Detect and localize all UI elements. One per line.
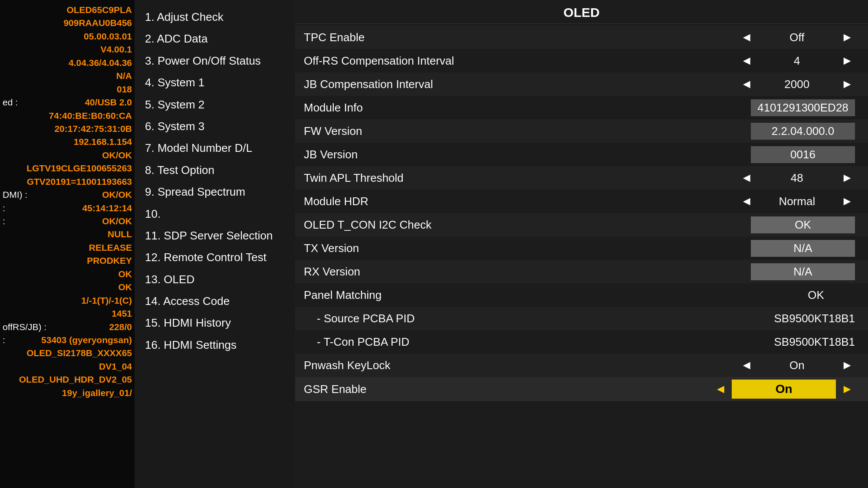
info-line-5: 4.04.36/4.04.36	[3, 56, 132, 69]
info-line-lgtv1: LGTV19CLGE100655263	[3, 162, 132, 175]
setting-tcon-check: OLED T_CON I2C Check OK	[295, 213, 868, 236]
value-container-rx: N/A	[716, 263, 855, 280]
arrow-left-gsr[interactable]: ◄	[713, 382, 729, 396]
label-twin-apl: Twin APL Threshold	[304, 171, 716, 185]
value-panel-matching: OK	[777, 288, 855, 302]
value-container-hdr: ◄ Normal ►	[716, 194, 855, 208]
value-module-info: 4101291300ED28	[751, 99, 855, 116]
value-tx-version: N/A	[751, 240, 855, 257]
setting-jb-version: JB Version 0016	[295, 143, 868, 166]
menu-item-7[interactable]: 7. Model Number D/L	[143, 138, 286, 158]
info-line-gtv: GTV20191=11001193663	[3, 175, 132, 188]
label-fw-version: FW Version	[304, 124, 716, 138]
value-tcon-check: OK	[751, 216, 855, 233]
menu-item-5[interactable]: 5. System 2	[143, 94, 286, 115]
label-gsr-enable: GSR Enable	[304, 383, 713, 396]
info-line-2: 909RAAU0B456	[3, 16, 132, 29]
info-line-prodkey: PRODKEY	[3, 254, 132, 267]
info-row-53403: : 53403 (gyeryongsan)	[3, 334, 132, 347]
menu-item-8[interactable]: 8. Test Option	[143, 160, 286, 180]
label-tx-version: TX Version	[304, 242, 716, 255]
menu-item-3[interactable]: 3. Power On/Off Status	[143, 50, 286, 71]
info-line-ip: 192.168.1.154	[3, 135, 132, 148]
label-time: :	[3, 202, 5, 215]
info-line-4: V4.00.1	[3, 43, 132, 56]
value-53403: 53403 (gyeryongsan)	[41, 334, 132, 347]
menu-item-16[interactable]: 16. HDMI Settings	[143, 334, 286, 355]
menu-item-11[interactable]: 11. SDP Server Selection	[143, 225, 286, 246]
info-line-ok1: OK	[3, 268, 132, 281]
label-offrs: offRS/JB) :	[3, 321, 46, 334]
value-container-tpc: ◄ Off ►	[716, 30, 855, 44]
value-jb-version: 0016	[751, 146, 855, 163]
label-tcon-pcba: - T-Con PCBA PID	[304, 335, 716, 349]
value-jb-interval: 2000	[758, 78, 836, 91]
arrow-right-gsr[interactable]: ►	[839, 382, 855, 396]
arrow-left-jb[interactable]: ◄	[739, 77, 755, 91]
arrow-left-offrs[interactable]: ◄	[739, 54, 755, 68]
label-dmi: DMI) :	[3, 188, 27, 201]
setting-pnwash-keylock: Pnwash KeyLock ◄ On ►	[295, 354, 868, 377]
info-line-1: OLED65C9PLA	[3, 3, 132, 16]
value-container-pnwash: ◄ On ►	[716, 358, 855, 372]
info-row-okok2: : OK/OK	[3, 215, 132, 228]
value-tcon-pcba: SB9500KT18B1	[774, 335, 855, 349]
arrow-left-hdr[interactable]: ◄	[739, 194, 755, 208]
menu-item-1[interactable]: 1. Adjust Check	[143, 7, 286, 27]
arrow-left-apl[interactable]: ◄	[739, 171, 755, 185]
info-line-7: 018	[3, 83, 132, 96]
menu-item-13[interactable]: 13. OLED	[143, 269, 286, 290]
menu-item-10[interactable]: 10.	[143, 203, 286, 224]
info-row-dmi: DMI) : OK/OK	[3, 188, 132, 201]
value-pnwash-keylock: On	[758, 359, 836, 372]
setting-tpc-enable: TPC Enable ◄ Off ►	[295, 26, 868, 49]
value-container-offrs: ◄ 4 ►	[716, 54, 855, 68]
value-fw-version: 2.2.04.000.0	[751, 123, 855, 140]
menu-item-6[interactable]: 6. System 3	[143, 116, 286, 137]
menu-panel: 1. Adjust Check 2. ADC Data 3. Power On/…	[135, 0, 295, 488]
value-container-jb: ◄ 2000 ►	[716, 77, 855, 91]
setting-source-pcba: - Source PCBA PID SB9500KT18B1	[295, 307, 868, 330]
value-twin-apl: 48	[758, 171, 836, 185]
value-module-hdr: Normal	[758, 195, 836, 208]
setting-gsr-enable: GSR Enable ◄ On ►	[295, 377, 868, 401]
arrow-right-tpc[interactable]: ►	[839, 30, 855, 44]
setting-twin-apl: Twin APL Threshold ◄ 48 ►	[295, 166, 868, 190]
menu-item-2[interactable]: 2. ADC Data	[143, 28, 286, 49]
info-line-mac1: 74:40:BE:B0:60:CA	[3, 109, 132, 122]
menu-item-15[interactable]: 15. HDMI History	[143, 312, 286, 333]
info-line-19y: 19y_igallery_01/	[3, 386, 132, 400]
value-time: 45:14:12:14	[82, 202, 132, 215]
menu-item-4[interactable]: 4. System 1	[143, 72, 286, 93]
arrow-right-apl[interactable]: ►	[839, 171, 855, 185]
value-container-tcon-pcba: SB9500KT18B1	[716, 335, 855, 349]
label-rx-version: RX Version	[304, 265, 716, 278]
value-source-pcba: SB9500KT18B1	[774, 312, 855, 325]
setting-panel-matching: Panel Matching OK	[295, 283, 868, 307]
setting-offrs-interval: Off-RS Compensation Interval ◄ 4 ►	[295, 49, 868, 72]
arrow-right-offrs[interactable]: ►	[839, 54, 855, 68]
info-line-null: NULL	[3, 228, 132, 241]
value-container-gsr: ◄ On ►	[713, 380, 855, 399]
menu-item-9[interactable]: 9. Spread Spectrum	[143, 181, 286, 202]
value-tpc: Off	[758, 31, 836, 44]
info-line-ok2: OK	[3, 281, 132, 294]
info-row-offrs: offRS/JB) : 228/0	[3, 321, 132, 334]
arrow-left-pnwash[interactable]: ◄	[739, 358, 755, 372]
arrow-right-hdr[interactable]: ►	[839, 194, 855, 208]
arrow-right-pnwash[interactable]: ►	[839, 358, 855, 372]
label-source-pcba: - Source PCBA PID	[304, 312, 716, 325]
menu-item-12[interactable]: 12. Remote Control Test	[143, 247, 286, 268]
setting-tx-version: TX Version N/A	[295, 236, 868, 260]
label-53403: :	[3, 334, 5, 347]
label-offrs-interval: Off-RS Compensation Interval	[304, 54, 716, 68]
arrow-left-tpc[interactable]: ◄	[739, 30, 755, 44]
left-info-panel: OLED65C9PLA 909RAAU0B456 05.00.03.01 V4.…	[0, 0, 135, 488]
value-container-apl: ◄ 48 ►	[716, 171, 855, 185]
info-line-6: N/A	[3, 69, 132, 82]
value-container-tcon: OK	[716, 216, 855, 233]
info-line-release: RELEASE	[3, 241, 132, 254]
arrow-right-jb[interactable]: ►	[839, 77, 855, 91]
setting-module-info: Module Info 4101291300ED28	[295, 96, 868, 119]
menu-item-14[interactable]: 14. Access Code	[143, 291, 286, 311]
